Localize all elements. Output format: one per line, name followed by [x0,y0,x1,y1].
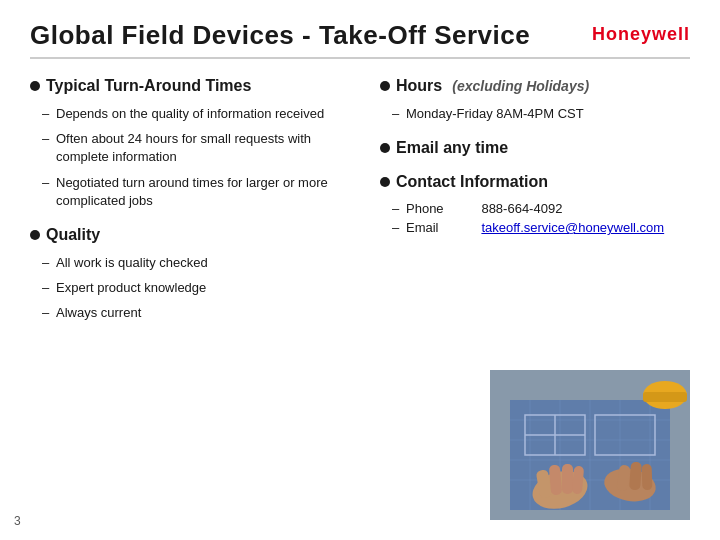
contact-section: Contact Information Phone 888-664-4092 E… [380,173,690,235]
main-content: Typical Turn-Around Times Depends on the… [30,77,690,339]
photo-container [490,370,690,520]
page-title: Global Field Devices - Take-Off Service [30,20,530,51]
honeywell-logo: Honeywell [592,20,690,45]
list-item: Negotiated turn around times for larger … [42,174,340,210]
quality-heading: Quality [30,226,340,244]
email-label: Email [392,220,469,235]
email-section: Email any time [380,139,690,157]
phone-value: 888-664-4092 [481,201,690,216]
typical-times-section: Typical Turn-Around Times Depends on the… [30,77,340,210]
bullet-icon [380,143,390,153]
typical-times-list: Depends on the quality of information re… [42,105,340,210]
left-column: Typical Turn-Around Times Depends on the… [30,77,340,339]
list-item: Depends on the quality of information re… [42,105,340,123]
contact-heading: Contact Information [380,173,690,191]
email-heading: Email any time [380,139,690,157]
list-item: Expert product knowledge [42,279,340,297]
bullet-icon [30,81,40,91]
svg-rect-25 [643,392,687,402]
bullet-icon [30,230,40,240]
page-number: 3 [14,514,21,528]
hours-heading: Hours (excluding Holidays) [380,77,690,95]
header-divider [30,57,690,59]
svg-rect-18 [562,464,573,494]
svg-rect-23 [642,464,653,490]
hours-list: Monday-Friday 8AM-4PM CST [392,105,690,123]
svg-rect-22 [629,462,642,491]
photo-image [490,370,690,520]
list-item: Often about 24 hours for small requests … [42,130,340,166]
quality-section: Quality All work is quality checked Expe… [30,226,340,323]
list-item: Always current [42,304,340,322]
bullet-icon [380,81,390,91]
quality-list: All work is quality checked Expert produ… [42,254,340,323]
typical-times-heading: Typical Turn-Around Times [30,77,340,95]
list-item: Monday-Friday 8AM-4PM CST [392,105,690,123]
list-item: All work is quality checked [42,254,340,272]
header: Global Field Devices - Take-Off Service … [30,20,690,51]
bullet-icon [380,177,390,187]
slide: Global Field Devices - Take-Off Service … [0,0,720,540]
right-column: Hours (excluding Holidays) Monday-Friday… [380,77,690,339]
email-value[interactable]: takeoff.service@honeywell.com [481,220,690,235]
contact-grid: Phone 888-664-4092 Email takeoff.service… [392,201,690,235]
phone-label: Phone [392,201,469,216]
hours-section: Hours (excluding Holidays) Monday-Friday… [380,77,690,123]
